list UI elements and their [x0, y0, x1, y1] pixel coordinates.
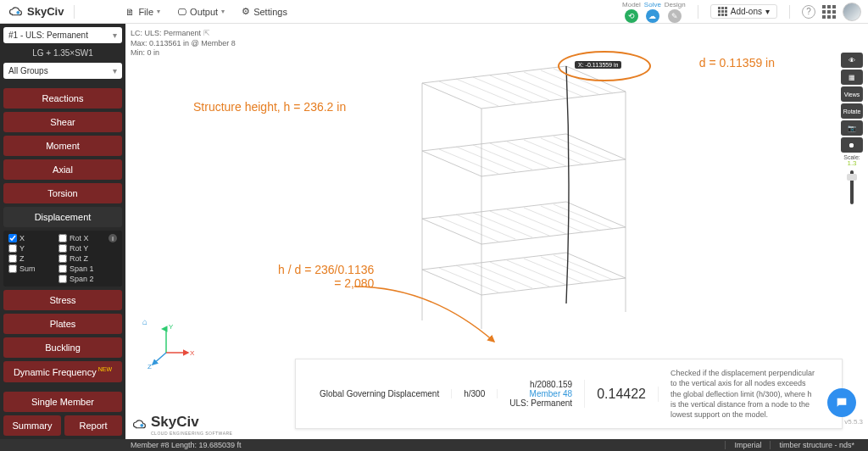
torsion-button[interactable]: Torsion	[3, 183, 122, 203]
check-span2[interactable]: Span 2	[58, 275, 105, 283]
rotate-button[interactable]: Rotate	[841, 103, 863, 119]
gear-icon: ⚙	[242, 6, 250, 17]
scale-slider[interactable]	[850, 170, 854, 204]
check-roty[interactable]: Rot Y	[58, 244, 105, 253]
dynamic-frequency-button[interactable]: Dynamic FrequencyNEW	[3, 361, 122, 382]
axis-gizmo[interactable]: Y X Z ⌂	[142, 322, 193, 371]
plates-button[interactable]: Plates	[3, 314, 122, 334]
svg-line-25	[439, 268, 498, 292]
units-toggle[interactable]: Imperial	[725, 441, 770, 449]
axial-button[interactable]: Axial	[3, 159, 122, 180]
main-menu: 🗎 File ▾ 🖵 Output ▾ ⚙ Settings	[119, 3, 294, 20]
status-member-length: Member #8 Length: 19.685039 ft	[131, 441, 725, 449]
apps-grid-icon[interactable]	[822, 5, 836, 19]
version-label: v5.5.3	[844, 418, 863, 426]
info-icon[interactable]: i	[108, 234, 117, 242]
view-toolbar: 👁 ▦ Views Rotate 📷 ⏺ Scale: 1.3	[841, 53, 863, 204]
summary-button[interactable]: Summary	[3, 415, 61, 436]
structure-wireframe	[414, 49, 634, 329]
footer-logo: SkyCiv CLOUD ENGINEERING SOFTWARE	[132, 414, 232, 436]
views-button[interactable]: Views	[841, 86, 863, 102]
mode-tabs: Model ⟲ Solve ☁ Design ✎	[622, 1, 686, 23]
report-button[interactable]: Report	[64, 415, 122, 436]
result-member-link[interactable]: Member 48	[509, 389, 572, 398]
buckling-button[interactable]: Buckling	[3, 337, 122, 358]
axis-z-label: Z	[147, 363, 152, 370]
svg-line-16	[554, 136, 613, 161]
displacement-options: X Rot X i Y Rot Y Z Rot Z Sum Span 1 Spa…	[3, 231, 122, 287]
menu-file[interactable]: 🗎 File ▾	[119, 3, 167, 20]
check-x[interactable]: X	[8, 234, 55, 242]
monitor-icon: 🖵	[177, 7, 186, 17]
pin-icon: ⇱	[203, 29, 210, 37]
file-icon: 🗎	[125, 7, 135, 17]
stress-button[interactable]: Stress	[3, 290, 122, 310]
axis-y-label: Y	[169, 323, 174, 331]
scale-label: Scale: 1.3	[843, 154, 860, 167]
camera-icon[interactable]: 📷	[841, 120, 863, 136]
addons-button[interactable]: Add-ons ▾	[710, 4, 777, 19]
load-combo-select[interactable]: #1 - ULS: Permanent ▾	[3, 27, 122, 43]
combo-formula: LG + 1.35×SW1	[3, 47, 122, 59]
menu-output[interactable]: 🖵 Output ▾	[170, 3, 231, 20]
reactions-button[interactable]: Reactions	[3, 88, 122, 109]
canvas[interactable]: LC: ULS: Permanent ⇱ Max: 0.113561 in @ …	[125, 24, 868, 439]
canvas-info: LC: ULS: Permanent ⇱ Max: 0.113561 in @ …	[131, 29, 236, 58]
chat-button[interactable]	[827, 388, 856, 417]
chevron-down-icon: ▾	[157, 8, 160, 15]
svg-line-9	[439, 149, 498, 174]
axis-x-label: X	[190, 349, 195, 357]
displacement-tag: X: -0.113559 in	[575, 61, 621, 69]
svg-line-32	[554, 255, 613, 280]
result-limit: h/300	[452, 389, 498, 398]
cloud-icon: ☁	[646, 9, 659, 23]
cloud-icon	[132, 419, 147, 431]
result-label: Global Governing Displacement	[308, 389, 452, 398]
shear-button[interactable]: Shear	[3, 112, 122, 132]
annotation-hd: h / d = 236/0.1136 = 2,080	[278, 263, 374, 290]
result-description: Checked if the displacement perpendicula…	[659, 368, 830, 420]
help-icon[interactable]: ?	[802, 5, 815, 19]
ruler-icon: ✎	[668, 9, 682, 23]
mode-model[interactable]: Model ⟲	[622, 1, 641, 23]
app-logo[interactable]: SkyCiv	[8, 5, 64, 18]
members-icon[interactable]: ▦	[841, 70, 863, 85]
apps-icon	[718, 7, 727, 16]
sidebar: #1 - ULS: Permanent ▾ LG + 1.35×SW1 All …	[0, 24, 125, 439]
check-sum[interactable]: Sum	[8, 264, 55, 273]
app-name: SkyCiv	[27, 5, 64, 18]
menu-settings[interactable]: ⚙ Settings	[235, 3, 294, 20]
check-rotx[interactable]: Rot X	[58, 234, 105, 242]
svg-line-1	[439, 81, 498, 106]
annotation-h: Structure height, h = 236.2 in	[193, 100, 346, 114]
chevron-down-icon: ▾	[765, 7, 770, 16]
record-icon[interactable]: ⏺	[841, 137, 863, 153]
home-icon[interactable]: ⌂	[142, 317, 147, 326]
mode-design[interactable]: Design ✎	[665, 1, 686, 23]
check-y[interactable]: Y	[8, 244, 55, 253]
check-span1[interactable]: Span 1	[58, 264, 105, 273]
cloud-icon	[8, 6, 24, 18]
displacement-button[interactable]: Displacement	[3, 207, 122, 227]
check-z[interactable]: Z	[8, 254, 55, 263]
check-rotz[interactable]: Rot Z	[58, 254, 105, 263]
svg-line-17	[439, 217, 498, 242]
eye-icon[interactable]: 👁	[841, 53, 863, 68]
moment-button[interactable]: Moment	[3, 136, 122, 156]
new-badge: NEW	[98, 366, 112, 372]
svg-line-24	[554, 204, 613, 229]
mode-solve[interactable]: Solve ☁	[644, 1, 661, 23]
chevron-down-icon: ▾	[113, 31, 117, 40]
result-details: h/2080.159 Member 48 ULS: Permanent	[498, 380, 585, 408]
single-member-button[interactable]: Single Member	[3, 392, 122, 412]
groups-select[interactable]: All Groups ▾	[3, 63, 122, 79]
statusbar: Member #8 Length: 19.685039 ft Imperial …	[0, 439, 868, 451]
svg-point-39	[140, 424, 143, 427]
result-value: 0.14422	[585, 387, 659, 402]
link-icon: ⟲	[625, 9, 638, 23]
project-name[interactable]: timber structure - nds*	[770, 441, 863, 449]
svg-line-38	[153, 353, 166, 365]
topbar: SkyCiv 🗎 File ▾ 🖵 Output ▾ ⚙ Settings Mo…	[0, 0, 868, 24]
avatar[interactable]	[843, 3, 861, 21]
result-panel: Global Governing Displacement h/300 h/20…	[295, 359, 843, 429]
